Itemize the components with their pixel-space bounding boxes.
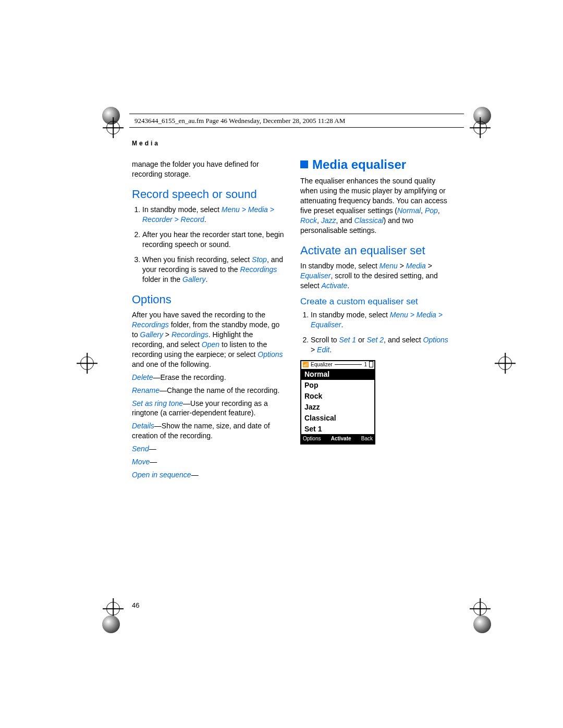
section-label: Media: [132, 140, 160, 147]
phone-softkeys: Options Activate Back: [301, 434, 374, 443]
phone-list-item: Rock: [301, 391, 374, 402]
option-item: Set as ring tone—Use your recording as a…: [132, 399, 286, 418]
page-number: 46: [132, 601, 139, 609]
phone-list-item: Pop: [301, 380, 374, 391]
signal-icon: 📶: [302, 361, 309, 368]
option-item: Details—Show the name, size, and date of…: [132, 421, 286, 441]
list-item: Scroll to Set 1 or Set 2, and select Opt…: [311, 335, 454, 355]
phone-list-item: Classical: [301, 413, 374, 424]
register-mark-icon: [106, 602, 120, 615]
heading-activate: Activate an equaliser set: [300, 243, 454, 258]
header-rule: [129, 127, 464, 128]
option-item: Send—: [132, 444, 286, 454]
recordings-link: Recordings: [240, 265, 277, 274]
gallery-link: Gallery: [182, 275, 205, 283]
activate-text: In standby mode, select Menu > Media > E…: [300, 261, 454, 291]
phone-list-item-selected: Normal: [301, 369, 374, 380]
right-column: Media equaliser The equaliser enhances t…: [300, 156, 454, 483]
options-intro: After you have saved the recording to th…: [132, 310, 286, 369]
equaliser-intro: The equaliser enhances the sound quality…: [300, 176, 454, 235]
crop-ball-icon: [102, 615, 120, 633]
register-mark-icon: [106, 121, 120, 134]
heading-options: Options: [132, 292, 286, 307]
softkey-left: Options: [303, 435, 321, 442]
phone-list-item: Set 1: [301, 424, 374, 435]
phone-screenshot: 📶 Equalizer 1 Normal Pop Rock Jazz Class…: [300, 360, 375, 445]
heading-custom: Create a custom equaliser set: [300, 296, 454, 308]
softkey-middle: Activate: [331, 435, 351, 442]
heading-record: Record speech or sound: [132, 187, 286, 202]
softkey-right: Back: [361, 435, 373, 442]
stop-link: Stop: [252, 255, 267, 264]
option-item: Rename—Change the name of the recording.: [132, 386, 286, 396]
phone-titlebar: 📶 Equalizer 1: [301, 361, 374, 369]
option-item: Open in sequence—: [132, 470, 286, 480]
list-item: In standby mode, select Menu > Media > R…: [142, 205, 286, 225]
phone-list: Normal Pop Rock Jazz Classical Set 1: [301, 369, 374, 434]
list-item: After you hear the recorder start tone, …: [142, 230, 286, 250]
header-rule: [129, 114, 464, 114]
phone-title: Equalizer: [311, 361, 333, 368]
record-steps: In standby mode, select Menu > Media > R…: [132, 205, 286, 284]
list-item: When you finish recording, select Stop, …: [142, 255, 286, 285]
running-header: 9243644_6155_en_au.fm Page 46 Wednesday,…: [134, 117, 345, 125]
custom-steps: In standby mode, select Menu > Media > E…: [300, 310, 454, 355]
left-column: manage the folder you have defined for r…: [132, 156, 286, 483]
option-item: Move—: [132, 457, 286, 467]
register-mark-icon: [80, 356, 94, 370]
crop-ball-icon: [473, 615, 491, 633]
option-item: Delete—Erase the recording.: [132, 373, 286, 382]
register-mark-icon: [473, 121, 487, 134]
register-mark-icon: [473, 602, 487, 615]
phone-count: 1: [364, 361, 367, 368]
heading-media-equaliser: Media equaliser: [300, 156, 454, 173]
list-item: In standby mode, select Menu > Media > E…: [311, 310, 454, 330]
square-bullet-icon: [300, 161, 308, 168]
battery-icon: [369, 361, 373, 367]
register-mark-icon: [498, 356, 512, 370]
phone-list-item: Jazz: [301, 402, 374, 413]
intro-text: manage the folder you have defined for r…: [132, 159, 286, 179]
